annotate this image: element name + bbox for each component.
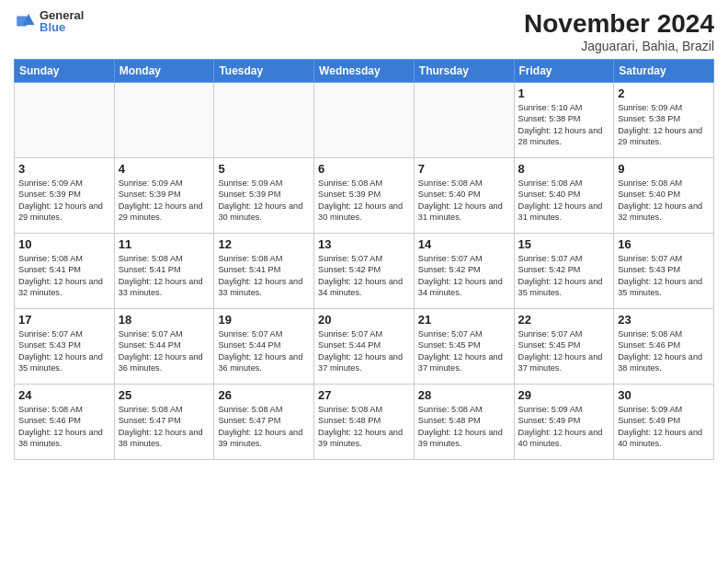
header: General Blue November 2024 Jaguarari, Ba… <box>14 9 714 53</box>
weekday-header: Tuesday <box>214 60 314 83</box>
calendar-cell: 30Sunrise: 5:09 AM Sunset: 5:49 PM Dayli… <box>614 385 714 460</box>
weekday-header: Thursday <box>414 60 514 83</box>
title-section: November 2024 Jaguarari, Bahia, Brazil <box>524 9 714 53</box>
day-info: Sunrise: 5:07 AM Sunset: 5:44 PM Dayligh… <box>318 328 410 374</box>
day-number: 12 <box>218 237 310 251</box>
calendar-cell: 26Sunrise: 5:08 AM Sunset: 5:47 PM Dayli… <box>214 385 314 460</box>
day-info: Sunrise: 5:07 AM Sunset: 5:44 PM Dayligh… <box>218 328 310 374</box>
location: Jaguarari, Bahia, Brazil <box>524 39 714 53</box>
calendar-cell: 7Sunrise: 5:08 AM Sunset: 5:40 PM Daylig… <box>414 158 514 234</box>
calendar-cell: 9Sunrise: 5:08 AM Sunset: 5:40 PM Daylig… <box>614 158 714 234</box>
day-number: 24 <box>18 388 110 402</box>
day-info: Sunrise: 5:08 AM Sunset: 5:41 PM Dayligh… <box>119 253 210 299</box>
calendar-cell: 1Sunrise: 5:10 AM Sunset: 5:38 PM Daylig… <box>514 83 614 158</box>
day-info: Sunrise: 5:08 AM Sunset: 5:39 PM Dayligh… <box>318 178 410 224</box>
day-info: Sunrise: 5:07 AM Sunset: 5:44 PM Dayligh… <box>119 328 210 374</box>
logo-icon <box>14 10 36 32</box>
calendar-cell: 24Sunrise: 5:08 AM Sunset: 5:46 PM Dayli… <box>15 385 115 460</box>
main-container: General Blue November 2024 Jaguarari, Ba… <box>0 0 728 465</box>
calendar-cell <box>314 83 415 158</box>
day-number: 27 <box>318 388 410 402</box>
weekday-header: Saturday <box>614 60 714 83</box>
day-number: 4 <box>119 162 210 176</box>
calendar-cell: 10Sunrise: 5:08 AM Sunset: 5:41 PM Dayli… <box>15 234 115 309</box>
day-number: 17 <box>18 313 110 327</box>
day-info: Sunrise: 5:07 AM Sunset: 5:45 PM Dayligh… <box>418 328 510 374</box>
day-number: 5 <box>218 162 310 176</box>
day-number: 23 <box>618 313 710 327</box>
calendar-table: SundayMondayTuesdayWednesdayThursdayFrid… <box>14 59 714 460</box>
calendar-cell <box>15 83 115 158</box>
calendar-cell: 22Sunrise: 5:07 AM Sunset: 5:45 PM Dayli… <box>514 309 614 385</box>
month-title: November 2024 <box>524 9 714 39</box>
day-number: 9 <box>618 162 710 176</box>
calendar-week-row: 3Sunrise: 5:09 AM Sunset: 5:39 PM Daylig… <box>15 158 714 234</box>
logo-blue: Blue <box>40 21 84 33</box>
calendar-cell: 19Sunrise: 5:07 AM Sunset: 5:44 PM Dayli… <box>214 309 314 385</box>
day-number: 21 <box>418 313 510 327</box>
day-number: 10 <box>18 237 110 251</box>
day-number: 7 <box>418 162 510 176</box>
calendar-cell: 3Sunrise: 5:09 AM Sunset: 5:39 PM Daylig… <box>15 158 115 234</box>
day-number: 8 <box>518 162 610 176</box>
logo: General Blue <box>14 9 84 33</box>
calendar-week-row: 10Sunrise: 5:08 AM Sunset: 5:41 PM Dayli… <box>15 234 714 309</box>
day-info: Sunrise: 5:07 AM Sunset: 5:43 PM Dayligh… <box>18 328 110 374</box>
calendar-week-row: 1Sunrise: 5:10 AM Sunset: 5:38 PM Daylig… <box>15 83 714 158</box>
calendar-cell: 20Sunrise: 5:07 AM Sunset: 5:44 PM Dayli… <box>314 309 415 385</box>
day-number: 16 <box>618 237 710 251</box>
calendar-cell <box>414 83 514 158</box>
day-info: Sunrise: 5:08 AM Sunset: 5:46 PM Dayligh… <box>18 404 110 450</box>
calendar-cell: 21Sunrise: 5:07 AM Sunset: 5:45 PM Dayli… <box>414 309 514 385</box>
day-number: 1 <box>518 86 610 100</box>
day-info: Sunrise: 5:08 AM Sunset: 5:41 PM Dayligh… <box>218 253 310 299</box>
svg-rect-1 <box>17 16 27 26</box>
day-number: 25 <box>119 388 210 402</box>
day-info: Sunrise: 5:07 AM Sunset: 5:45 PM Dayligh… <box>518 328 610 374</box>
calendar-cell: 4Sunrise: 5:09 AM Sunset: 5:39 PM Daylig… <box>114 158 214 234</box>
calendar-cell: 12Sunrise: 5:08 AM Sunset: 5:41 PM Dayli… <box>214 234 314 309</box>
day-info: Sunrise: 5:08 AM Sunset: 5:40 PM Dayligh… <box>518 178 610 224</box>
day-number: 20 <box>318 313 410 327</box>
calendar-cell <box>214 83 314 158</box>
day-info: Sunrise: 5:09 AM Sunset: 5:38 PM Dayligh… <box>618 102 710 148</box>
calendar-cell: 18Sunrise: 5:07 AM Sunset: 5:44 PM Dayli… <box>114 309 214 385</box>
day-info: Sunrise: 5:09 AM Sunset: 5:49 PM Dayligh… <box>518 404 610 450</box>
weekday-header: Sunday <box>15 60 115 83</box>
day-info: Sunrise: 5:08 AM Sunset: 5:47 PM Dayligh… <box>119 404 210 450</box>
calendar-cell: 23Sunrise: 5:08 AM Sunset: 5:46 PM Dayli… <box>614 309 714 385</box>
calendar-week-row: 17Sunrise: 5:07 AM Sunset: 5:43 PM Dayli… <box>15 309 714 385</box>
day-number: 28 <box>418 388 510 402</box>
day-number: 18 <box>119 313 210 327</box>
day-info: Sunrise: 5:07 AM Sunset: 5:42 PM Dayligh… <box>318 253 410 299</box>
calendar-cell: 2Sunrise: 5:09 AM Sunset: 5:38 PM Daylig… <box>614 83 714 158</box>
calendar-cell: 27Sunrise: 5:08 AM Sunset: 5:48 PM Dayli… <box>314 385 415 460</box>
calendar-cell: 14Sunrise: 5:07 AM Sunset: 5:42 PM Dayli… <box>414 234 514 309</box>
day-info: Sunrise: 5:08 AM Sunset: 5:40 PM Dayligh… <box>418 178 510 224</box>
day-info: Sunrise: 5:08 AM Sunset: 5:48 PM Dayligh… <box>318 404 410 450</box>
day-number: 3 <box>18 162 110 176</box>
calendar-cell: 6Sunrise: 5:08 AM Sunset: 5:39 PM Daylig… <box>314 158 415 234</box>
weekday-header: Friday <box>514 60 614 83</box>
day-number: 6 <box>318 162 410 176</box>
weekday-header: Wednesday <box>314 60 415 83</box>
day-info: Sunrise: 5:10 AM Sunset: 5:38 PM Dayligh… <box>518 102 610 148</box>
day-number: 30 <box>618 388 710 402</box>
calendar-cell: 29Sunrise: 5:09 AM Sunset: 5:49 PM Dayli… <box>514 385 614 460</box>
day-info: Sunrise: 5:07 AM Sunset: 5:43 PM Dayligh… <box>618 253 710 299</box>
calendar-cell: 25Sunrise: 5:08 AM Sunset: 5:47 PM Dayli… <box>114 385 214 460</box>
day-info: Sunrise: 5:08 AM Sunset: 5:41 PM Dayligh… <box>18 253 110 299</box>
weekday-header: Monday <box>114 60 214 83</box>
calendar-cell: 15Sunrise: 5:07 AM Sunset: 5:42 PM Dayli… <box>514 234 614 309</box>
calendar-cell: 8Sunrise: 5:08 AM Sunset: 5:40 PM Daylig… <box>514 158 614 234</box>
day-number: 22 <box>518 313 610 327</box>
day-info: Sunrise: 5:08 AM Sunset: 5:47 PM Dayligh… <box>218 404 310 450</box>
day-number: 13 <box>318 237 410 251</box>
calendar-header-row: SundayMondayTuesdayWednesdayThursdayFrid… <box>15 60 714 83</box>
day-info: Sunrise: 5:08 AM Sunset: 5:48 PM Dayligh… <box>418 404 510 450</box>
day-info: Sunrise: 5:07 AM Sunset: 5:42 PM Dayligh… <box>518 253 610 299</box>
day-number: 19 <box>218 313 310 327</box>
day-info: Sunrise: 5:09 AM Sunset: 5:39 PM Dayligh… <box>218 178 310 224</box>
day-info: Sunrise: 5:09 AM Sunset: 5:49 PM Dayligh… <box>618 404 710 450</box>
day-number: 2 <box>618 86 710 100</box>
